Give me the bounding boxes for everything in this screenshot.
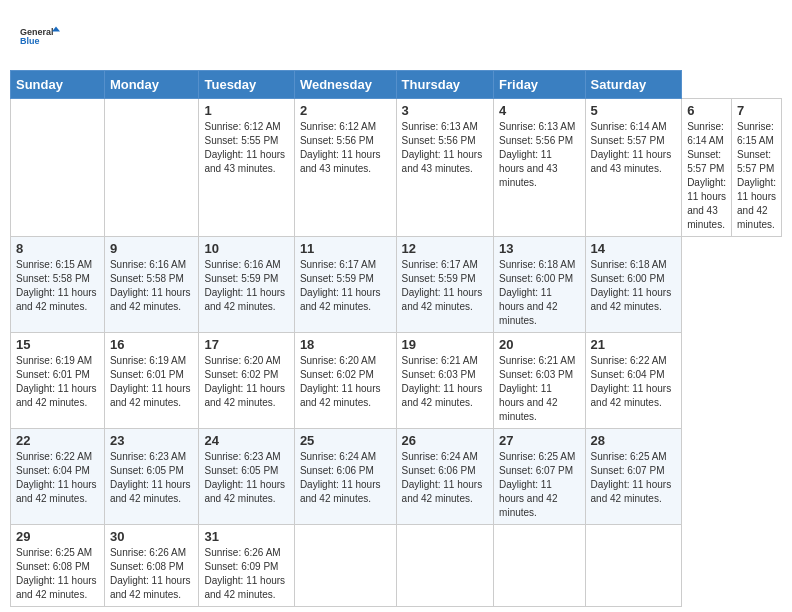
- day-number: 15: [16, 337, 99, 352]
- day-info: Sunrise: 6:22 AM Sunset: 6:04 PM Dayligh…: [16, 450, 99, 506]
- day-number: 21: [591, 337, 677, 352]
- weekday-header-row: SundayMondayTuesdayWednesdayThursdayFrid…: [11, 71, 782, 99]
- day-info: Sunrise: 6:13 AM Sunset: 5:56 PM Dayligh…: [499, 120, 579, 190]
- calendar-day-cell: 20 Sunrise: 6:21 AM Sunset: 6:03 PM Dayl…: [494, 333, 585, 429]
- day-number: 11: [300, 241, 391, 256]
- calendar-day-cell: 9 Sunrise: 6:16 AM Sunset: 5:58 PM Dayli…: [104, 237, 199, 333]
- calendar-day-cell: 29 Sunrise: 6:25 AM Sunset: 6:08 PM Dayl…: [11, 525, 105, 607]
- logo-svg: General Blue: [20, 15, 60, 57]
- week-row-1: 1 Sunrise: 6:12 AM Sunset: 5:55 PM Dayli…: [11, 99, 782, 237]
- calendar-day-cell: 23 Sunrise: 6:23 AM Sunset: 6:05 PM Dayl…: [104, 429, 199, 525]
- day-info: Sunrise: 6:24 AM Sunset: 6:06 PM Dayligh…: [300, 450, 391, 506]
- day-info: Sunrise: 6:25 AM Sunset: 6:08 PM Dayligh…: [16, 546, 99, 602]
- day-info: Sunrise: 6:25 AM Sunset: 6:07 PM Dayligh…: [499, 450, 579, 520]
- day-info: Sunrise: 6:19 AM Sunset: 6:01 PM Dayligh…: [110, 354, 194, 410]
- weekday-header-wednesday: Wednesday: [294, 71, 396, 99]
- week-row-5: 29 Sunrise: 6:25 AM Sunset: 6:08 PM Dayl…: [11, 525, 782, 607]
- calendar-day-cell: [494, 525, 585, 607]
- day-info: Sunrise: 6:13 AM Sunset: 5:56 PM Dayligh…: [402, 120, 489, 176]
- calendar-day-cell: [585, 525, 682, 607]
- day-info: Sunrise: 6:26 AM Sunset: 6:08 PM Dayligh…: [110, 546, 194, 602]
- weekday-header-saturday: Saturday: [585, 71, 682, 99]
- calendar-day-cell: 28 Sunrise: 6:25 AM Sunset: 6:07 PM Dayl…: [585, 429, 682, 525]
- calendar-day-cell: 25 Sunrise: 6:24 AM Sunset: 6:06 PM Dayl…: [294, 429, 396, 525]
- calendar-day-cell: 1 Sunrise: 6:12 AM Sunset: 5:55 PM Dayli…: [199, 99, 294, 237]
- day-info: Sunrise: 6:15 AM Sunset: 5:58 PM Dayligh…: [16, 258, 99, 314]
- day-info: Sunrise: 6:26 AM Sunset: 6:09 PM Dayligh…: [204, 546, 288, 602]
- day-number: 7: [737, 103, 776, 118]
- day-number: 10: [204, 241, 288, 256]
- day-info: Sunrise: 6:23 AM Sunset: 6:05 PM Dayligh…: [110, 450, 194, 506]
- day-info: Sunrise: 6:21 AM Sunset: 6:03 PM Dayligh…: [402, 354, 489, 410]
- day-number: 28: [591, 433, 677, 448]
- empty-cell: [11, 99, 105, 237]
- day-number: 25: [300, 433, 391, 448]
- calendar-day-cell: 14 Sunrise: 6:18 AM Sunset: 6:00 PM Dayl…: [585, 237, 682, 333]
- calendar-day-cell: 31 Sunrise: 6:26 AM Sunset: 6:09 PM Dayl…: [199, 525, 294, 607]
- day-number: 8: [16, 241, 99, 256]
- day-number: 4: [499, 103, 579, 118]
- svg-text:General: General: [20, 27, 54, 37]
- week-row-4: 22 Sunrise: 6:22 AM Sunset: 6:04 PM Dayl…: [11, 429, 782, 525]
- calendar-day-cell: 27 Sunrise: 6:25 AM Sunset: 6:07 PM Dayl…: [494, 429, 585, 525]
- day-info: Sunrise: 6:19 AM Sunset: 6:01 PM Dayligh…: [16, 354, 99, 410]
- weekday-header-sunday: Sunday: [11, 71, 105, 99]
- day-number: 16: [110, 337, 194, 352]
- day-info: Sunrise: 6:17 AM Sunset: 5:59 PM Dayligh…: [402, 258, 489, 314]
- day-info: Sunrise: 6:20 AM Sunset: 6:02 PM Dayligh…: [300, 354, 391, 410]
- day-number: 12: [402, 241, 489, 256]
- week-row-3: 15 Sunrise: 6:19 AM Sunset: 6:01 PM Dayl…: [11, 333, 782, 429]
- calendar-day-cell: 30 Sunrise: 6:26 AM Sunset: 6:08 PM Dayl…: [104, 525, 199, 607]
- day-number: 18: [300, 337, 391, 352]
- day-info: Sunrise: 6:25 AM Sunset: 6:07 PM Dayligh…: [591, 450, 677, 506]
- day-info: Sunrise: 6:18 AM Sunset: 6:00 PM Dayligh…: [591, 258, 677, 314]
- day-number: 30: [110, 529, 194, 544]
- calendar-day-cell: 17 Sunrise: 6:20 AM Sunset: 6:02 PM Dayl…: [199, 333, 294, 429]
- calendar-day-cell: 3 Sunrise: 6:13 AM Sunset: 5:56 PM Dayli…: [396, 99, 494, 237]
- calendar-day-cell: 26 Sunrise: 6:24 AM Sunset: 6:06 PM Dayl…: [396, 429, 494, 525]
- logo: General Blue: [20, 15, 60, 57]
- day-info: Sunrise: 6:17 AM Sunset: 5:59 PM Dayligh…: [300, 258, 391, 314]
- day-number: 23: [110, 433, 194, 448]
- day-number: 24: [204, 433, 288, 448]
- day-number: 5: [591, 103, 677, 118]
- day-info: Sunrise: 6:18 AM Sunset: 6:00 PM Dayligh…: [499, 258, 579, 328]
- day-number: 29: [16, 529, 99, 544]
- calendar-day-cell: 10 Sunrise: 6:16 AM Sunset: 5:59 PM Dayl…: [199, 237, 294, 333]
- day-info: Sunrise: 6:14 AM Sunset: 5:57 PM Dayligh…: [687, 120, 726, 232]
- calendar-day-cell: 6 Sunrise: 6:14 AM Sunset: 5:57 PM Dayli…: [682, 99, 732, 237]
- calendar-day-cell: 5 Sunrise: 6:14 AM Sunset: 5:57 PM Dayli…: [585, 99, 682, 237]
- calendar-day-cell: 11 Sunrise: 6:17 AM Sunset: 5:59 PM Dayl…: [294, 237, 396, 333]
- calendar-day-cell: 13 Sunrise: 6:18 AM Sunset: 6:00 PM Dayl…: [494, 237, 585, 333]
- day-number: 22: [16, 433, 99, 448]
- day-info: Sunrise: 6:12 AM Sunset: 5:56 PM Dayligh…: [300, 120, 391, 176]
- day-info: Sunrise: 6:24 AM Sunset: 6:06 PM Dayligh…: [402, 450, 489, 506]
- calendar-day-cell: 8 Sunrise: 6:15 AM Sunset: 5:58 PM Dayli…: [11, 237, 105, 333]
- weekday-header-tuesday: Tuesday: [199, 71, 294, 99]
- day-info: Sunrise: 6:20 AM Sunset: 6:02 PM Dayligh…: [204, 354, 288, 410]
- weekday-header-thursday: Thursday: [396, 71, 494, 99]
- week-row-2: 8 Sunrise: 6:15 AM Sunset: 5:58 PM Dayli…: [11, 237, 782, 333]
- day-number: 27: [499, 433, 579, 448]
- day-info: Sunrise: 6:16 AM Sunset: 5:59 PM Dayligh…: [204, 258, 288, 314]
- calendar-day-cell: 22 Sunrise: 6:22 AM Sunset: 6:04 PM Dayl…: [11, 429, 105, 525]
- calendar-day-cell: 18 Sunrise: 6:20 AM Sunset: 6:02 PM Dayl…: [294, 333, 396, 429]
- day-number: 9: [110, 241, 194, 256]
- weekday-header-friday: Friday: [494, 71, 585, 99]
- calendar-day-cell: 2 Sunrise: 6:12 AM Sunset: 5:56 PM Dayli…: [294, 99, 396, 237]
- day-info: Sunrise: 6:22 AM Sunset: 6:04 PM Dayligh…: [591, 354, 677, 410]
- svg-text:Blue: Blue: [20, 36, 40, 46]
- day-info: Sunrise: 6:23 AM Sunset: 6:05 PM Dayligh…: [204, 450, 288, 506]
- calendar-day-cell: [294, 525, 396, 607]
- calendar-day-cell: 19 Sunrise: 6:21 AM Sunset: 6:03 PM Dayl…: [396, 333, 494, 429]
- calendar-day-cell: 15 Sunrise: 6:19 AM Sunset: 6:01 PM Dayl…: [11, 333, 105, 429]
- day-info: Sunrise: 6:16 AM Sunset: 5:58 PM Dayligh…: [110, 258, 194, 314]
- page-header: General Blue: [10, 10, 782, 62]
- calendar-day-cell: 7 Sunrise: 6:15 AM Sunset: 5:57 PM Dayli…: [732, 99, 782, 237]
- day-info: Sunrise: 6:15 AM Sunset: 5:57 PM Dayligh…: [737, 120, 776, 232]
- day-number: 14: [591, 241, 677, 256]
- day-number: 31: [204, 529, 288, 544]
- day-number: 2: [300, 103, 391, 118]
- calendar-day-cell: 4 Sunrise: 6:13 AM Sunset: 5:56 PM Dayli…: [494, 99, 585, 237]
- calendar-day-cell: [396, 525, 494, 607]
